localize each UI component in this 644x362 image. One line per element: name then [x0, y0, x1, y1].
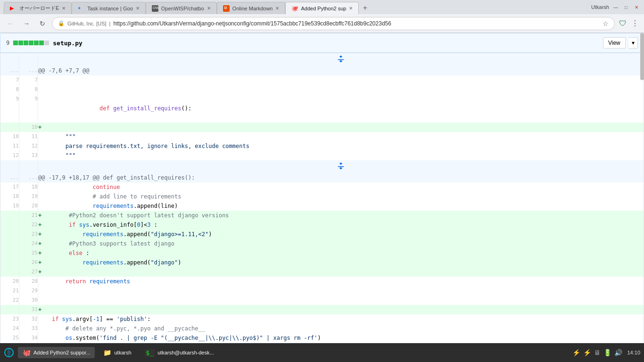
hunk2-code: @@ -17,9 +18,17 @@ def get_install_requi…: [38, 173, 644, 182]
taskbar-terminal-item[interactable]: $_ utkarsh@utkarsh-desk...: [140, 347, 219, 359]
diff-table: ... ... @@ -7,6 +7,7 @@ 7 7 8 8: [0, 53, 644, 356]
expand-icon-2[interactable]: [38, 160, 644, 173]
taskbar-files-item[interactable]: 📁 utkarsh: [99, 347, 136, 358]
view-button[interactable]: View: [603, 37, 626, 49]
system-tray: ⚡ ⚡ 🖥 🔋 🔊 14:10: [572, 349, 640, 356]
table-row: 17 18 continue: [0, 182, 644, 192]
line-old-num: [0, 230, 19, 239]
line-old-num: [0, 123, 19, 132]
table-row: 23 + requirements.append("django>=1.11,<…: [0, 230, 644, 239]
new-tab-button[interactable]: +: [359, 2, 371, 14]
expand-left-num: [0, 53, 19, 66]
expand-icon-1[interactable]: [38, 53, 644, 66]
title-bar: ▶ オーバーロードE ✕ ● Task instance | Goo ✕ OW …: [0, 0, 644, 14]
line-code: # add line to requirements: [38, 192, 644, 201]
table-row: 10 11 """: [0, 132, 644, 141]
back-button[interactable]: ←: [4, 17, 17, 30]
line-old-num: [0, 211, 19, 220]
line-old-num: 7: [0, 75, 19, 85]
line-old-num: 8: [0, 85, 19, 94]
close-button[interactable]: ✕: [633, 3, 640, 11]
line-new-num: 24: [19, 239, 38, 248]
extension-icons: 🛡 ⋮: [618, 18, 640, 29]
diff-block-5: [34, 41, 39, 45]
tab-youtube[interactable]: ▶ オーバーロードE ✕: [4, 2, 72, 14]
table-row: 21 + #Python2 doesn't support latest dja…: [0, 211, 644, 220]
table-row: 19 20 requirements.append(line): [0, 201, 644, 211]
tab-github[interactable]: 🐙 Added Python2 sup ✕: [285, 2, 359, 14]
taskbar-terminal-label: utkarsh@utkarsh-desk...: [157, 350, 214, 355]
line-code: + #Python2 doesn't support latest django…: [38, 211, 644, 220]
line-old-num: 21: [0, 286, 19, 296]
diff-block-1: [13, 41, 18, 45]
line-new-num: 12: [19, 141, 38, 151]
line-old-num: 9: [0, 94, 19, 123]
view-dropdown[interactable]: ▾: [629, 37, 638, 49]
tab-openwisp-close[interactable]: ✕: [207, 6, 211, 11]
hunk1-left-num: ...: [0, 66, 19, 75]
line-old-num: [0, 220, 19, 230]
line-old-num: 11: [0, 141, 19, 151]
line-new-num: 8: [19, 85, 38, 94]
tab-taskinstance-close[interactable]: ✕: [136, 6, 140, 11]
shield-ext-icon[interactable]: 🛡: [618, 18, 628, 29]
hunk2-right-num: ...: [19, 173, 38, 182]
expand-row-1: [0, 53, 644, 66]
minimize-button[interactable]: —: [612, 3, 619, 11]
line-old-num: 17: [0, 182, 19, 192]
maximize-button[interactable]: □: [622, 3, 630, 11]
line-new-num: 22: [19, 220, 38, 230]
line-code: +: [38, 305, 644, 314]
line-old-num: 22: [0, 296, 19, 305]
tab-github-close[interactable]: ✕: [349, 6, 353, 11]
diff-container: 9 setup.py View ▾: [0, 33, 644, 356]
line-new-num: 23: [19, 230, 38, 239]
line-code: +: [38, 123, 644, 132]
forward-button[interactable]: →: [20, 17, 33, 30]
line-code: os.system('find . | grep -E "(__pycache_…: [38, 333, 644, 343]
tab-taskinstance[interactable]: ● Task instance | Goo ✕: [72, 2, 145, 14]
line-new-num: 19: [19, 192, 38, 201]
taskbar-app-icon[interactable]: [4, 347, 14, 358]
table-row: 20 28 return requirements: [0, 277, 644, 286]
table-row: 24 + #Python3 supports latest django: [0, 239, 644, 248]
line-code: requirements.append(line): [38, 201, 644, 211]
line-new-num: 20: [19, 201, 38, 211]
line-new-num: 25: [19, 248, 38, 258]
table-row: 11 12 parse requirements.txt, ignore lin…: [0, 141, 644, 151]
tab-openwisp[interactable]: OW OpenWISP/chatbo ✕: [146, 2, 217, 14]
taskbar: 🐙 Added Python2 suppor... 📁 utkarsh $_ u…: [0, 343, 644, 362]
secure-label: GitHub, Inc. [US]: [67, 21, 107, 26]
line-new-num: 9: [19, 94, 38, 123]
chrome-favicon: ●: [78, 5, 84, 12]
bluetooth-icon: ⚡: [572, 349, 580, 356]
scrollbar-thumb[interactable]: [640, 33, 644, 80]
file-header: 9 setup.py View ▾: [0, 33, 644, 53]
diff-block-3: [24, 41, 28, 45]
diff-block-7: [44, 41, 49, 45]
table-row: 21 29: [0, 286, 644, 296]
tab-markdown-close[interactable]: ✕: [275, 6, 279, 11]
taskbar-terminal-icon: $_: [145, 349, 155, 357]
line-code: + if sys.version_info[0]<3 :: [38, 220, 644, 230]
bookmark-button[interactable]: ☆: [603, 20, 609, 27]
tab-youtube-close[interactable]: ✕: [62, 6, 66, 11]
address-bar: ← → ↻ 🔒 GitHub, Inc. [US] | https://gith…: [0, 14, 644, 33]
reload-button[interactable]: ↻: [36, 17, 49, 30]
line-code: [38, 296, 644, 305]
line-code: + #Python3 supports latest django: [38, 239, 644, 248]
menu-icon[interactable]: ⋮: [630, 18, 640, 29]
hunk-row-1: ... ... @@ -7,6 +7,7 @@: [0, 66, 644, 75]
line-old-num: [0, 239, 19, 248]
line-code: """: [38, 151, 644, 160]
table-row: 31 +: [0, 305, 644, 314]
tab-markdown[interactable]: D Online Markdown ✕: [217, 2, 286, 14]
diff-stat: [13, 41, 49, 45]
stat-count: 9: [6, 40, 9, 46]
table-row: 26 + requirements.append("django"): [0, 258, 644, 267]
taskbar-browser-item[interactable]: 🐙 Added Python2 suppor...: [18, 347, 95, 358]
line-code: return requirements: [38, 277, 644, 286]
url-separator: |: [109, 21, 111, 26]
line-code: + requirements.append("django>=1.11,<2"): [38, 230, 644, 239]
url-bar[interactable]: 🔒 GitHub, Inc. [US] | https://github.com…: [52, 17, 615, 30]
